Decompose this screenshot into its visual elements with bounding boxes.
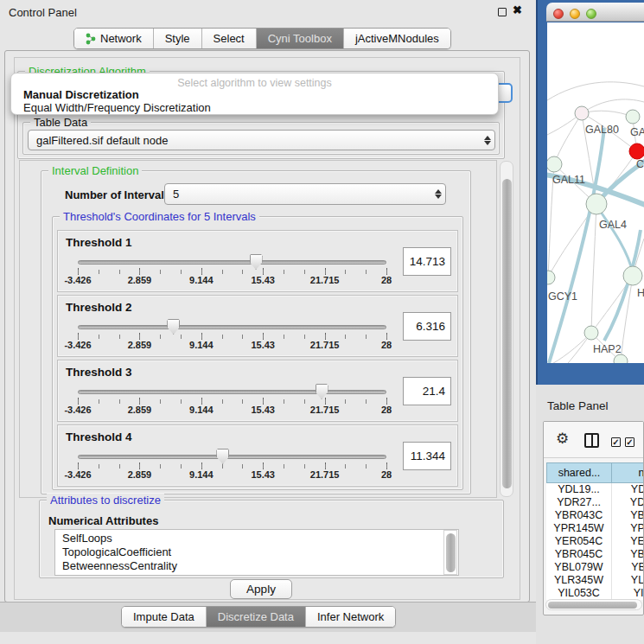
- table-cell[interactable]: YBL079W: [546, 561, 612, 574]
- table-row[interactable]: YDR27...YDR2: [546, 496, 644, 509]
- table-cell[interactable]: YIL0: [612, 587, 644, 600]
- threshold-value-field[interactable]: 14.713: [403, 247, 451, 276]
- combo-stepper-icon[interactable]: [481, 136, 494, 145]
- threshold-label: Threshold 3: [66, 366, 132, 379]
- table-cell[interactable]: YDL19...: [546, 483, 612, 496]
- settings-vertical-scrollbar[interactable]: [500, 161, 513, 497]
- table-row[interactable]: YBR045CYBR0: [546, 548, 644, 561]
- network-node[interactable]: [614, 354, 628, 363]
- tab-network[interactable]: Network: [74, 29, 154, 48]
- table-cell[interactable]: YDR2: [612, 496, 644, 509]
- scrollbar-thumb[interactable]: [548, 602, 637, 609]
- table-cell[interactable]: YDL1: [612, 483, 644, 496]
- table-cell[interactable]: YIL053C: [546, 587, 612, 600]
- column-header[interactable]: shared...: [546, 462, 612, 483]
- slider-track[interactable]: [78, 390, 386, 394]
- network-node-label: GAL11: [552, 174, 585, 186]
- table-data-combobox[interactable]: galFiltered.sif default node: [28, 130, 495, 150]
- attribute-list-item[interactable]: BetweennessCentrality: [62, 559, 458, 573]
- table-data-value: galFiltered.sif default node: [29, 134, 481, 147]
- interval-definition-title: Interval Definition: [48, 164, 142, 177]
- table-cell[interactable]: YPR1: [612, 522, 644, 535]
- table-cell[interactable]: YER054C: [546, 535, 612, 548]
- tab-jactivemnodules[interactable]: jActiveMNodules: [344, 29, 450, 48]
- table-row[interactable]: YIL053CYIL0: [546, 587, 644, 600]
- close-icon[interactable]: ✖: [513, 3, 522, 16]
- network-node[interactable]: [626, 110, 640, 124]
- network-edge: [547, 361, 621, 363]
- node-table: shared...na YDL19...YDL1YDR27...YDR2YBR0…: [546, 462, 644, 600]
- traffic-light-zoom-icon[interactable]: [586, 9, 596, 19]
- numerical-attributes-list[interactable]: SelfLoopsTopologicalCoefficientBetweenne…: [54, 529, 459, 576]
- network-window-titlebar[interactable]: [546, 3, 644, 22]
- table-horizontal-scrollbar[interactable]: [545, 599, 642, 610]
- slider-track[interactable]: [78, 325, 386, 329]
- tick-label: 9.144: [189, 469, 214, 480]
- table-cell[interactable]: YBR045C: [546, 548, 612, 561]
- slider-track[interactable]: [78, 260, 386, 265]
- tick-label: -3.426: [64, 340, 91, 350]
- number-of-intervals-combobox[interactable]: 5: [164, 183, 446, 205]
- apply-button[interactable]: Apply: [230, 579, 292, 599]
- traffic-light-minimize-icon[interactable]: [570, 9, 580, 19]
- table-row[interactable]: YDL19...YDL1: [546, 483, 644, 496]
- gear-icon[interactable]: ⚙: [556, 430, 569, 448]
- tick-label: 2.859: [128, 405, 152, 415]
- combo-stepper-icon[interactable]: [431, 189, 445, 199]
- table-cell[interactable]: YLR345W: [546, 574, 612, 587]
- tab-impute-data[interactable]: Impute Data: [122, 607, 207, 627]
- checkbox-checked-icon[interactable]: ✓: [625, 437, 634, 447]
- network-node[interactable]: [584, 326, 598, 340]
- tick-label: 9.144: [189, 340, 214, 350]
- threshold-value-field[interactable]: 11.344: [403, 442, 451, 470]
- threshold-value-field[interactable]: 21.4: [403, 377, 451, 405]
- column-header[interactable]: na: [612, 462, 644, 483]
- checkbox-checked-icon[interactable]: ✓: [611, 437, 621, 447]
- tab-select[interactable]: Select: [202, 29, 257, 48]
- table-row[interactable]: YLR345WYLR3: [546, 574, 644, 587]
- traffic-light-close-icon[interactable]: [553, 9, 564, 19]
- tick-label: 2.859: [128, 340, 152, 350]
- threshold-value-field[interactable]: 6.316: [403, 312, 451, 341]
- table-row[interactable]: YBR043CYBR0: [546, 509, 644, 522]
- attribute-list-item[interactable]: TopologicalCoefficient: [62, 545, 458, 559]
- scrollbar-thumb[interactable]: [502, 179, 512, 488]
- attribute-list-item[interactable]: SelfLoops: [62, 532, 458, 545]
- slider-track[interactable]: [78, 455, 386, 459]
- table-row[interactable]: YPR145WYPR1: [546, 522, 644, 535]
- network-node[interactable]: [547, 271, 555, 284]
- network-icon: [86, 33, 96, 45]
- float-window-icon[interactable]: [498, 8, 507, 16]
- network-node[interactable]: [575, 106, 589, 120]
- table-cell[interactable]: YBR043C: [546, 509, 612, 522]
- table-cell[interactable]: YBR0: [612, 548, 644, 561]
- table-cell[interactable]: YBL0: [612, 561, 644, 574]
- tab-infer-network[interactable]: Infer Network: [306, 607, 395, 627]
- algorithm-option[interactable]: Manual Discretization: [13, 88, 496, 101]
- tab-label: Impute Data: [133, 610, 194, 623]
- network-edge: [547, 82, 644, 100]
- network-node[interactable]: [629, 143, 644, 159]
- table-cell[interactable]: YBR0: [612, 509, 644, 522]
- slider-minor-ticks: [78, 399, 387, 404]
- scrollbar-thumb[interactable]: [446, 533, 456, 572]
- tab-cyni-toolbox[interactable]: Cyni Toolbox: [257, 29, 344, 48]
- tab-discretize-data[interactable]: Discretize Data: [207, 607, 306, 627]
- network-node[interactable]: [586, 194, 607, 214]
- table-row[interactable]: YBL079WYBL0: [546, 561, 644, 574]
- table-cell[interactable]: YPR145W: [546, 522, 612, 535]
- table-row[interactable]: YER054CYER0: [546, 535, 644, 548]
- table-cell[interactable]: YDR27...: [546, 496, 612, 509]
- number-of-intervals-label: Number of Intervals: [65, 188, 170, 201]
- number-of-intervals-value: 5: [165, 188, 431, 201]
- table-cell[interactable]: YLR3: [612, 574, 644, 587]
- table-cell[interactable]: YER0: [612, 535, 644, 548]
- tab-style[interactable]: Style: [154, 29, 202, 48]
- algorithm-option[interactable]: Equal Width/Frequency Discretization: [13, 101, 496, 114]
- network-node[interactable]: [623, 266, 642, 285]
- network-node[interactable]: [547, 156, 562, 172]
- columns-icon[interactable]: [584, 433, 599, 448]
- threshold-block: Threshold 3-3.4262.8599.14415.4321.71528…: [57, 360, 458, 422]
- network-canvas[interactable]: GAL80GACGAL11GAL4GCY1HHAP2: [547, 22, 644, 363]
- attributes-list-scrollbar[interactable]: [443, 530, 457, 575]
